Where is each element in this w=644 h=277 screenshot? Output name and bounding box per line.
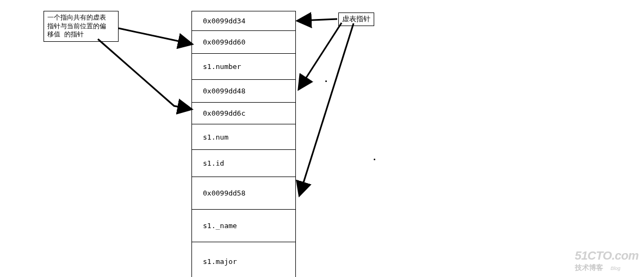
memory-cell-value: s1._name [203,222,237,230]
watermark: 51CTO.com 技术博客 Blog [575,249,639,273]
left-annotation-box: 一个指向共有的虚表 指针与当前位置的偏 移值 的指针 [44,11,119,42]
memory-cell-value: s1.major [203,257,237,266]
memory-cell-value: s1.id [203,159,224,167]
memory-layout-table: 0x0099dd340x0099dd60s1.number0x0099dd480… [191,11,296,277]
arrow-right-to-row4 [300,23,342,87]
memory-cell: 0x0099dd58 [192,177,295,210]
left-annotation-line1: 一个指向共有的虚表 [47,14,115,22]
right-annotation-box: 虚表指针 [338,12,374,26]
memory-cell-value: s1.num [203,133,228,141]
memory-cell: 0x0099dd34 [192,11,295,31]
dot-decoration [325,80,327,82]
right-annotation-text: 虚表指针 [342,15,370,23]
memory-cell: s1.number [192,54,295,80]
memory-cell: s1.major [192,242,295,277]
arrow-right-to-row1 [300,19,337,21]
memory-cell: s1.id [192,150,295,177]
memory-cell: 0x0099dd60 [192,31,295,54]
memory-cell-value: 0x0099dd48 [203,87,245,95]
memory-cell-value: 0x0099dd34 [203,17,245,25]
memory-cell-value: 0x0099dd58 [203,189,245,197]
memory-cell-value: s1.number [203,62,241,71]
arrow-right-to-row8 [300,23,354,193]
arrow-left-to-row5 [98,39,189,109]
arrow-left-to-row2 [119,28,189,43]
memory-cell-value: 0x0099dd6c [203,109,245,117]
watermark-site: 51CTO.com [575,249,639,263]
left-annotation-line2: 指针与当前位置的偏 [47,22,115,31]
memory-cell: s1.num [192,124,295,150]
memory-cell-value: 0x0099dd60 [203,38,245,46]
dot-decoration [374,159,375,160]
memory-cell: 0x0099dd6c [192,103,295,124]
memory-cell: s1._name [192,210,295,242]
memory-cell: 0x0099dd48 [192,80,295,103]
watermark-subtitle: 技术博客 [575,263,603,272]
watermark-blog: Blog [610,266,620,271]
left-annotation-line3: 移值 的指针 [47,30,115,39]
